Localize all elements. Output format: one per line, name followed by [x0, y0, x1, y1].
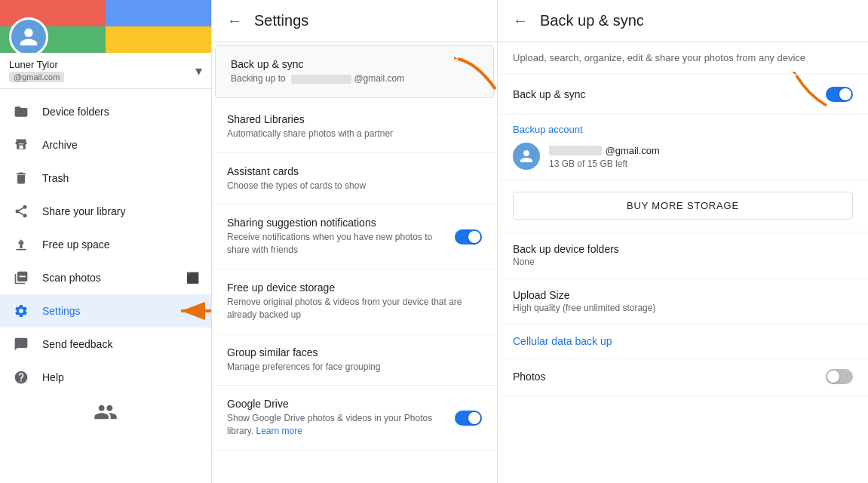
account-details: @gmail.com 13 GB of 15 GB left — [549, 143, 660, 169]
sidebar-bg — [0, 0, 211, 53]
photos-row-label: Photos — [513, 371, 546, 383]
google-drive-subtitle: Show Google Drive photos & videos in you… — [227, 412, 446, 438]
sidebar-item-label: Archive — [42, 139, 78, 151]
backup-device-folders-row[interactable]: Back up device folders None — [498, 232, 868, 278]
avatar[interactable] — [9, 17, 48, 53]
backup-device-folders-title: Back up device folders — [513, 243, 853, 255]
archive-icon — [12, 136, 30, 154]
sync-description: Upload, search, organize, edit & share y… — [498, 42, 868, 75]
svg-line-3 — [19, 212, 23, 214]
sidebar-item-free-space[interactable]: Free up space — [0, 228, 211, 261]
sidebar-item-label: Send feedback — [42, 338, 112, 350]
assistant-cards-title: Assistant cards — [227, 165, 482, 177]
sidebar-item-label: Trash — [42, 172, 69, 184]
sidebar-item-settings[interactable]: Settings — [0, 294, 211, 328]
dropdown-icon[interactable]: ▾ — [195, 63, 202, 79]
external-link-icon: ⬛ — [186, 272, 199, 284]
shared-libraries-title: Shared Libraries — [227, 113, 482, 125]
svg-point-1 — [16, 210, 20, 214]
google-drive-toggle[interactable] — [455, 411, 482, 426]
sidebar-item-device-folders[interactable]: Device folders — [0, 95, 211, 128]
group-faces-title: Group similar faces — [227, 346, 482, 358]
google-drive-item[interactable]: Google Drive Show Google Drive photos & … — [212, 386, 497, 451]
sync-back-button[interactable]: ← — [513, 12, 528, 29]
cellular-data-backup-link[interactable]: Cellular data back up — [498, 325, 868, 358]
settings-header: ← Settings — [212, 0, 497, 42]
backup-account-section: Backup account @gmail.com 13 GB of 15 GB… — [498, 115, 868, 180]
sidebar-item-scan-photos[interactable]: Scan photos ⬛ — [0, 261, 211, 294]
buy-storage-button[interactable]: BUY MORE STORAGE — [513, 192, 853, 220]
group-faces-item[interactable]: Group similar faces Manage preferences f… — [212, 334, 497, 386]
share-icon — [12, 202, 30, 220]
sync-title: Back up & sync — [540, 12, 644, 29]
backup-sync-item[interactable]: Back up & sync Backing up to @gmail.com — [215, 45, 494, 98]
account-storage: 13 GB of 15 GB left — [549, 158, 660, 169]
shared-libraries-subtitle: Automatically share photos with a partne… — [227, 128, 482, 140]
email-redacted — [291, 75, 351, 84]
user-info-row[interactable]: Luner Tylor @gmail.com ▾ — [0, 53, 211, 89]
google-drive-title: Google Drive — [227, 398, 446, 410]
settings-panel: ← Settings Back up & sync Backing up to … — [211, 0, 498, 483]
svg-point-0 — [23, 205, 27, 209]
photos-row: Photos — [498, 358, 868, 395]
group-faces-subtitle: Manage preferences for face grouping — [227, 361, 482, 374]
settings-arrow-annotation — [173, 300, 211, 322]
sidebar-item-label: Share your library — [42, 205, 126, 217]
backup-device-folders-value: None — [513, 257, 853, 267]
feedback-icon — [12, 335, 30, 353]
sharing-notifications-subtitle: Receive notifications when you have new … — [227, 231, 446, 257]
user-email: @gmail.com — [9, 72, 64, 82]
backup-sync-title: Back up & sync — [231, 58, 478, 70]
backup-arrow-annotation — [454, 55, 498, 96]
sharing-notifications-title: Sharing suggestion notifications — [227, 217, 446, 229]
account-email-suffix: @gmail.com — [605, 145, 659, 156]
upload-size-title: Upload Size — [513, 289, 853, 301]
account-email-redacted — [549, 146, 602, 155]
sidebar-item-label: Scan photos — [42, 272, 101, 284]
sidebar-item-trash[interactable]: Trash — [0, 162, 211, 195]
sidebar-item-share-library[interactable]: Share your library — [0, 195, 211, 228]
sharing-notifications-toggle[interactable] — [455, 229, 482, 245]
sidebar-item-help[interactable]: Help — [0, 361, 211, 394]
sidebar-item-label: Help — [42, 371, 64, 383]
sidebar-nav: Device folders Archive Trash Share your … — [0, 89, 211, 483]
sidebar-item-archive[interactable]: Archive — [0, 128, 211, 162]
sidebar: Luner Tylor @gmail.com ▾ Device folders … — [0, 0, 211, 483]
upload-size-row[interactable]: Upload Size High quality (free unlimited… — [498, 278, 868, 325]
free-device-storage-item[interactable]: Free up device storage Remove original p… — [212, 269, 497, 334]
assistant-cards-subtitle: Choose the types of cards to show — [227, 180, 482, 192]
buy-storage-section: BUY MORE STORAGE — [498, 180, 868, 232]
backup-sync-toggle-row[interactable]: Back up & sync — [498, 75, 868, 115]
svg-point-2 — [23, 214, 27, 217]
account-person-icon — [519, 149, 534, 164]
toggle-arrow-svg — [793, 72, 830, 109]
account-email-display: @gmail.com — [549, 143, 660, 157]
account-row: @gmail.com 13 GB of 15 GB left — [513, 143, 853, 170]
backup-sync-toggle[interactable] — [826, 87, 853, 102]
photos-toggle[interactable] — [826, 369, 853, 384]
sync-header: ← Back up & sync — [498, 0, 868, 42]
free-device-storage-title: Free up device storage — [227, 281, 482, 294]
assistant-cards-item[interactable]: Assistant cards Choose the types of card… — [212, 153, 497, 205]
sidebar-item-send-feedback[interactable]: Send feedback — [0, 328, 211, 361]
help-icon — [12, 368, 30, 386]
sharing-notifications-row: Sharing suggestion notifications Receive… — [227, 217, 482, 257]
account-avatar — [513, 143, 540, 170]
backup-sync-subtitle: Backing up to @gmail.com — [231, 72, 478, 85]
sidebar-item-label: Device folders — [42, 106, 109, 118]
backup-account-title[interactable]: Backup account — [513, 124, 853, 135]
back-button[interactable]: ← — [227, 12, 242, 29]
google-drive-row: Google Drive Show Google Drive photos & … — [227, 398, 482, 438]
settings-arrow-svg — [173, 300, 211, 322]
backup-sync-row-label: Back up & sync — [513, 88, 586, 100]
group-icon — [94, 400, 118, 424]
sharing-notifications-item[interactable]: Sharing suggestion notifications Receive… — [212, 205, 497, 269]
svg-line-4 — [19, 208, 23, 210]
settings-icon — [12, 302, 30, 320]
upload-size-value: High quality (free unlimited storage) — [513, 303, 853, 313]
learn-more-link[interactable]: Learn more — [256, 426, 302, 436]
scan-icon — [12, 269, 30, 287]
trash-icon — [12, 169, 30, 187]
shared-libraries-item[interactable]: Shared Libraries Automatically share pho… — [212, 101, 497, 153]
free-space-icon — [12, 235, 30, 254]
